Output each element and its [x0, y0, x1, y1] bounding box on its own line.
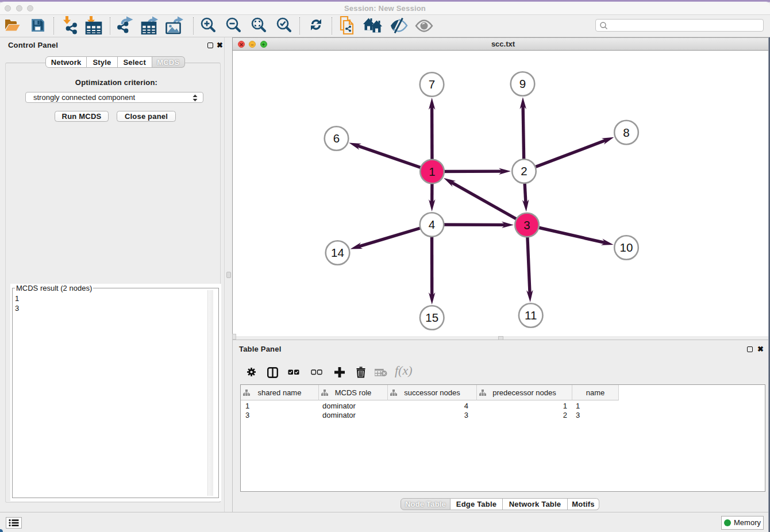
svg-text:3: 3 — [523, 218, 530, 232]
svg-text:15: 15 — [425, 311, 438, 324]
svg-text:4: 4 — [429, 218, 435, 231]
svg-text:7: 7 — [429, 78, 435, 91]
svg-text:2: 2 — [521, 164, 527, 178]
svg-text:9: 9 — [519, 77, 526, 90]
svg-text:8: 8 — [623, 126, 629, 139]
svg-text:11: 11 — [525, 309, 537, 322]
svg-text:1: 1 — [429, 165, 435, 178]
svg-text:6: 6 — [333, 132, 340, 145]
svg-text:10: 10 — [620, 241, 633, 254]
svg-text:14: 14 — [331, 246, 344, 259]
